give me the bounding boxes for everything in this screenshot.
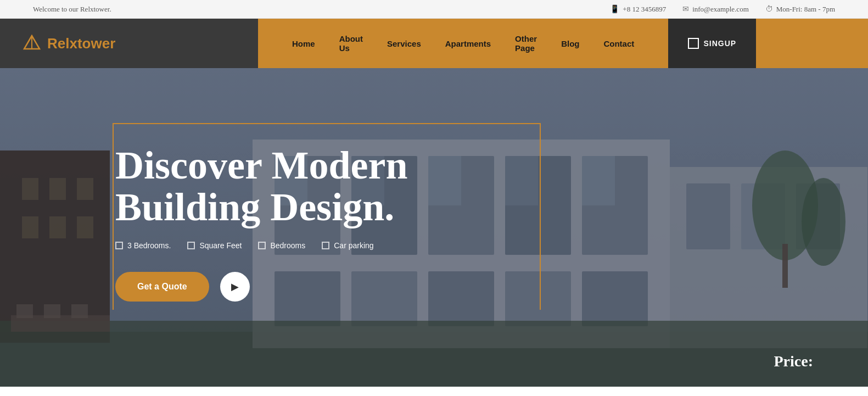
nav-link-about[interactable]: About Us	[327, 34, 375, 53]
feature-box-bedrooms	[115, 242, 123, 249]
nav-link-home[interactable]: Home	[280, 39, 327, 48]
feature-sqft: Square Feet	[187, 241, 242, 250]
feature-label-parking: Car parking	[334, 241, 373, 250]
feature-label-sqft: Square Feet	[199, 241, 242, 250]
price-area: Price:	[774, 353, 814, 370]
price-label: Price:	[774, 353, 814, 370]
feature-box-sqft	[187, 242, 195, 249]
email-item: ✉ info@example.com	[682, 4, 749, 14]
feature-box-bedrooms2	[258, 242, 266, 249]
signup-button[interactable]: SINGUP	[688, 38, 736, 49]
hero-section: Discover Modern Building Design. 3 Bedro…	[0, 68, 868, 387]
clock-icon: ⏱	[765, 5, 773, 14]
nav-item-blog[interactable]: Blog	[549, 39, 591, 48]
header-gold-right	[756, 19, 868, 68]
logo-area: Relxtower	[0, 19, 258, 68]
header: Relxtower Home About Us Services Apartme…	[0, 19, 868, 68]
nav-link-contact[interactable]: Contact	[591, 39, 646, 48]
phone-item: 📱 +8 12 3456897	[610, 4, 666, 14]
hero-title-line1: Discover Modern	[115, 143, 408, 187]
nav-item-about[interactable]: About Us	[327, 34, 375, 53]
nav-link-services[interactable]: Services	[375, 39, 433, 48]
email-address: info@example.com	[692, 5, 749, 14]
email-icon: ✉	[682, 4, 689, 14]
signup-label: SINGUP	[703, 39, 736, 48]
nav-item-services[interactable]: Services	[375, 39, 433, 48]
top-bar: Welcome to our Relxtower. 📱 +8 12 345689…	[0, 0, 868, 19]
nav-item-other[interactable]: Other Page	[503, 34, 549, 53]
phone-icon: 📱	[610, 4, 619, 14]
hero-actions: Get a Quote ▶	[115, 272, 408, 302]
phone-number: +8 12 3456897	[623, 5, 666, 14]
hours-item: ⏱ Mon-Fri: 8am - 7pm	[765, 5, 835, 14]
signup-area: SINGUP	[668, 19, 756, 68]
signup-icon	[688, 38, 699, 49]
nav-item-home[interactable]: Home	[280, 39, 327, 48]
nav-link-apartments[interactable]: Apartments	[433, 39, 503, 48]
nav-item-apartments[interactable]: Apartments	[433, 39, 503, 48]
logo-accent: tower	[77, 35, 115, 52]
nav-link-blog[interactable]: Blog	[549, 39, 591, 48]
play-button[interactable]: ▶	[220, 272, 250, 302]
feature-bedrooms: 3 Bedrooms.	[115, 241, 171, 250]
logo-text: Relxtower	[47, 35, 115, 52]
nav-area: Home About Us Services Apartments Other …	[258, 19, 668, 68]
logo-main: Relx	[47, 35, 77, 52]
main-nav: Home About Us Services Apartments Other …	[280, 34, 646, 53]
hero-features: 3 Bedrooms. Square Feet Bedrooms Car par…	[115, 241, 408, 250]
feature-parking: Car parking	[322, 241, 373, 250]
feature-label-bedrooms2: Bedrooms	[270, 241, 305, 250]
nav-link-other[interactable]: Other Page	[503, 34, 549, 53]
play-icon: ▶	[231, 281, 239, 293]
feature-bedrooms2: Bedrooms	[258, 241, 305, 250]
welcome-text: Welcome to our Relxtower.	[33, 5, 111, 13]
hero-content: Discover Modern Building Design. 3 Bedro…	[115, 145, 408, 302]
logo-link[interactable]: Relxtower	[22, 34, 115, 53]
hours-text: Mon-Fri: 8am - 7pm	[776, 5, 835, 14]
feature-box-parking	[322, 242, 329, 249]
hero-title: Discover Modern Building Design.	[115, 145, 408, 228]
nav-item-contact[interactable]: Contact	[591, 39, 646, 48]
get-quote-button[interactable]: Get a Quote	[115, 272, 209, 302]
logo-icon	[22, 34, 42, 53]
hero-title-line2: Building Design.	[115, 185, 394, 229]
feature-label-bedrooms: 3 Bedrooms.	[127, 241, 171, 250]
